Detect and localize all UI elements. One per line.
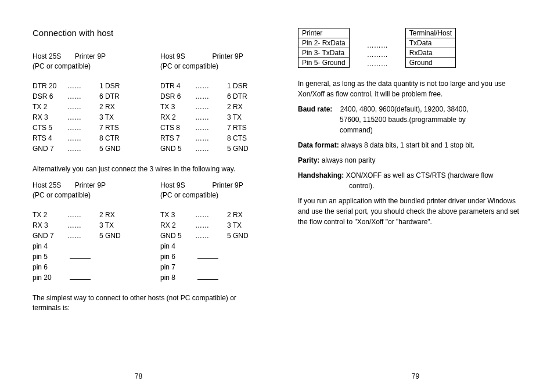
pin-right: 3 TX [99, 112, 131, 123]
hand-label: Handshaking: [298, 171, 344, 179]
datafmt-label: Data format: [298, 141, 339, 149]
pin-block-a: Host 25S Printer 9P (PC or compatible) D… [33, 52, 131, 154]
pin-left: RTS 4 [33, 133, 67, 143]
pin-right: 2 RX [227, 102, 259, 112]
loopback-line [67, 272, 99, 283]
pin-label: pin 4 [160, 241, 195, 251]
host-label: Host 9S [160, 181, 185, 189]
loopback-pin-row: pin 6 [160, 251, 259, 262]
pin-left: DSR 6 [160, 91, 195, 102]
pin-right: 5 GND [99, 231, 131, 241]
pin-dots: …… [67, 220, 99, 231]
pin-row: RX 3……3 TX [33, 112, 131, 123]
hand-value: XON/XOFF as well as CTS/RTS (hardware fl… [344, 171, 493, 179]
data-format-block: Data format: always 8 data bits, 1 start… [298, 140, 526, 150]
pin-row: RTS 7……8 CTS [160, 133, 259, 143]
pin-dots: …… [195, 231, 227, 241]
pin-left: GND 7 [33, 231, 67, 241]
pin-dots: …… [67, 210, 99, 220]
printer-label: Printer 9P [212, 52, 243, 60]
handshaking-block: Handshaking: XON/XOFF as well as CTS/RTS… [298, 170, 526, 191]
pin-right: 3 TX [227, 220, 259, 231]
host-column: Terminal/Host TxData RxData Ground [405, 28, 456, 68]
pin-right: 3 TX [227, 112, 259, 123]
baud-rate-block: Baud rate: 2400, 4800, 9600(default), 19… [298, 104, 526, 135]
pin-row: GND 7……5 GND [33, 143, 131, 154]
pin-left: CTS 8 [160, 123, 195, 133]
loopback-pin-row: pin 6 [33, 262, 131, 272]
pin-row: RTS 4……8 CTR [33, 133, 131, 143]
parity-block: Parity: always non parity [298, 155, 526, 166]
pin-label: pin 8 [160, 272, 195, 283]
printer-label: Printer 9P [212, 181, 243, 189]
pin-right: 1 DSR [99, 81, 131, 91]
pin-right: 7 RTS [227, 123, 259, 133]
hand-value: control). [298, 181, 526, 191]
pin-right: 6 DTR [99, 91, 131, 102]
pin-left: TX 3 [160, 210, 195, 220]
pin-dots: …… [195, 220, 227, 231]
loopback-line [195, 272, 227, 283]
host-label: Host 9S [160, 52, 185, 60]
table-cell: Ground [405, 58, 455, 68]
pin-row: DTR 4……1 DSR [160, 81, 259, 91]
pin-dots: …… [67, 81, 99, 91]
pin-label: pin 6 [160, 251, 195, 262]
pin-left: DTR 20 [33, 81, 67, 91]
sub-label: (PC or compatible) [160, 191, 218, 199]
document-spread: Connection with host Host 25S Printer 9P… [0, 0, 554, 392]
page-78: Connection with host Host 25S Printer 9P… [0, 0, 277, 392]
sub-label: (PC or compatible) [33, 62, 91, 70]
sub-label: (PC or compatible) [33, 191, 91, 199]
pin-dots: …… [195, 143, 227, 154]
baud-label: Baud rate: [298, 105, 332, 113]
simplest-text: The simplest way to connect to other hos… [33, 293, 256, 313]
table-cell: Terminal/Host [405, 28, 455, 38]
pin-row: TX 2……2 RX [33, 102, 131, 112]
pin-left: DTR 4 [160, 81, 195, 91]
loopback-pin-row: pin 8 [160, 272, 259, 283]
dot-connectors: ……… ……… ……… [367, 28, 388, 68]
pin-right: 5 GND [99, 143, 131, 154]
connection-table: Printer Pin 2- RxData Pin 3- TxData Pin … [298, 28, 526, 68]
parity-label: Parity: [298, 156, 319, 164]
printer-column: Printer Pin 2- RxData Pin 3- TxData Pin … [298, 28, 350, 68]
application-paragraph: If you run an application with the bundl… [298, 196, 526, 227]
pin-row: RX 2……3 TX [160, 220, 259, 231]
table-cell: Printer [298, 28, 350, 38]
pin-dots: …… [195, 210, 227, 220]
pin-left: DSR 6 [33, 91, 67, 102]
pin-row: CTS 8……7 RTS [160, 123, 259, 133]
page-number: 78 [0, 372, 277, 380]
pin-header: Host 9S Printer 9P (PC or compatible) [160, 181, 259, 200]
pin-row: TX 2……2 RX [33, 210, 131, 220]
pin-left: GND 7 [33, 143, 67, 154]
host-label: Host 25S [33, 52, 61, 60]
pin-right: 3 TX [99, 220, 131, 231]
pin-left: TX 2 [33, 102, 67, 112]
pin-left: TX 3 [160, 102, 195, 112]
pin-row: CTS 5……7 RTS [33, 123, 131, 133]
pin-block-c: Host 25S Printer 9P (PC or compatible) T… [33, 181, 131, 283]
pin-block-group-2: Host 25S Printer 9P (PC or compatible) T… [33, 181, 256, 283]
pin-dots: …… [195, 112, 227, 123]
pin-left: RX 2 [160, 112, 195, 123]
pin-right: 6 DTR [227, 91, 259, 102]
sub-label: (PC or compatible) [160, 62, 218, 70]
pin-row: RX 3……3 TX [33, 220, 131, 231]
pin-row: GND 7……5 GND [33, 231, 131, 241]
pin-left: RTS 7 [160, 133, 195, 143]
loopback-line [195, 262, 227, 272]
loopback-pin-row: pin 5 [33, 251, 131, 262]
loopback-line [67, 241, 99, 251]
pin-dots: …… [67, 143, 99, 154]
pin-row: GND 5……5 GND [160, 143, 259, 154]
pin-dots: …… [195, 81, 227, 91]
pin-row: RX 2……3 TX [160, 112, 259, 123]
pin-header: Host 9S Printer 9P (PC or compatible) [160, 52, 259, 71]
pin-label: pin 20 [33, 272, 67, 283]
pin-label: pin 5 [33, 251, 67, 262]
pin-left: RX 3 [33, 220, 67, 231]
pin-row: TX 3……2 RX [160, 210, 259, 220]
pin-right: 2 RX [99, 210, 131, 220]
